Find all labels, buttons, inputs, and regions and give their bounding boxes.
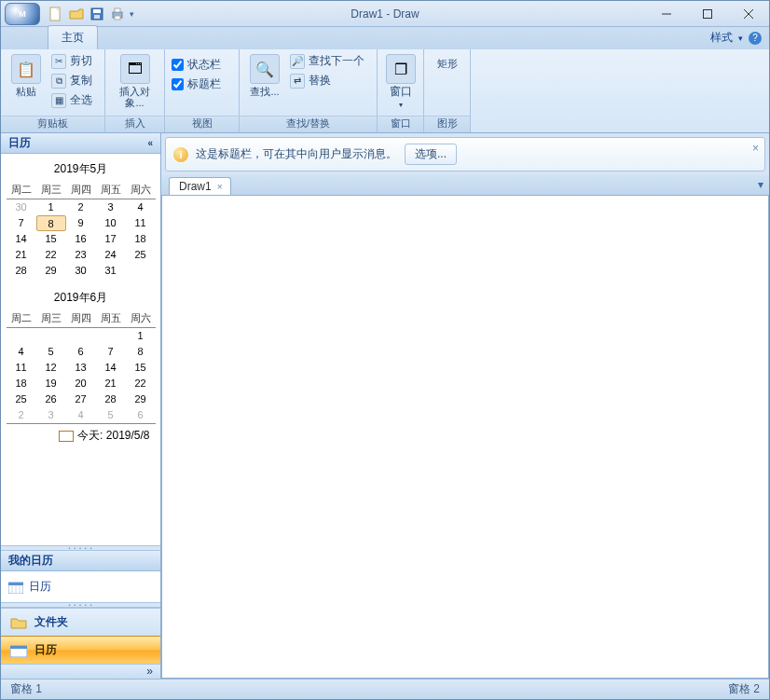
cal-day[interactable]: 11 [7, 360, 36, 376]
options-button[interactable]: 选项... [405, 144, 457, 165]
cut-button[interactable]: ✂剪切 [49, 52, 94, 70]
cal-day[interactable]: 15 [126, 360, 156, 376]
cal-day[interactable]: 27 [66, 391, 96, 407]
cal-day[interactable]: 18 [126, 231, 156, 247]
cal-day[interactable]: 14 [96, 360, 126, 376]
selectall-button[interactable]: ▦全选 [49, 91, 94, 109]
statusbar-checkbox[interactable]: 状态栏 [171, 56, 222, 74]
status-right: 窗格 2 [728, 681, 760, 697]
style-dropdown[interactable]: 样式 [710, 30, 733, 46]
window-button[interactable]: ❐ 窗口▾ [383, 52, 418, 112]
cal-day[interactable]: 17 [96, 231, 126, 247]
cal-day[interactable]: 2 [7, 407, 36, 423]
qat-dropdown-icon[interactable]: ▾ [130, 9, 134, 19]
cal-day[interactable]: 24 [96, 247, 126, 263]
cal-day[interactable]: 6 [126, 407, 156, 423]
cal-day[interactable]: 7 [7, 215, 36, 231]
cal-day[interactable]: 30 [66, 263, 96, 279]
tab-close-icon[interactable]: × [217, 182, 223, 192]
qat-print-icon[interactable] [109, 6, 126, 22]
svg-rect-17 [10, 646, 27, 649]
cal-day[interactable]: 1 [126, 328, 156, 344]
cal-day[interactable]: 20 [66, 376, 96, 391]
cal-day[interactable]: 28 [96, 391, 126, 407]
nav-calendar-button[interactable]: 日历 [1, 636, 160, 664]
cal-day[interactable]: 4 [66, 407, 96, 423]
doc-tab-draw1[interactable]: Draw1 × [169, 177, 231, 195]
cal-day[interactable]: 21 [96, 376, 126, 391]
cal-day[interactable]: 29 [126, 391, 156, 407]
mycalendar-item[interactable]: 日历 [8, 577, 153, 597]
cal-day[interactable]: 14 [7, 231, 36, 247]
cal-day[interactable]: 15 [36, 231, 66, 247]
qat-save-icon[interactable] [89, 6, 105, 22]
message-close-icon[interactable]: × [752, 142, 759, 155]
svg-rect-5 [115, 8, 120, 12]
cal-day[interactable]: 23 [66, 247, 96, 263]
cal-day[interactable]: 16 [66, 231, 96, 247]
drawing-canvas[interactable] [161, 196, 769, 679]
ribbon: 📋 粘贴 ✂剪切 ⧉复制 ▦全选 剪贴板 🗔 插入对象... 插入 状态栏 标题… [1, 49, 769, 133]
cal-day[interactable]: 10 [96, 215, 126, 231]
copy-button[interactable]: ⧉复制 [49, 72, 94, 89]
calendar-nav-icon [10, 644, 27, 657]
qat-new-icon[interactable] [48, 6, 64, 22]
cal-day[interactable]: 21 [7, 247, 36, 263]
cal-day [7, 328, 36, 344]
cal-day[interactable]: 28 [7, 263, 36, 279]
group-clipboard-label: 剪贴板 [1, 116, 104, 132]
cal-day[interactable]: 22 [126, 376, 156, 391]
cal-day[interactable]: 4 [126, 199, 156, 215]
calendar-june[interactable]: 2019年6月 周二周三周四周五周六1456781112131415181920… [7, 286, 156, 446]
cal-day[interactable]: 30 [7, 199, 36, 215]
nav-folder-button[interactable]: 文件夹 [1, 608, 160, 636]
cal-day[interactable]: 7 [96, 344, 126, 360]
cal-day[interactable]: 3 [36, 407, 66, 423]
cal-day[interactable]: 2 [66, 199, 96, 215]
cal-day[interactable]: 25 [7, 391, 36, 407]
svg-rect-2 [93, 9, 101, 13]
cal-day[interactable]: 31 [96, 263, 126, 279]
cal-day[interactable]: 18 [7, 376, 36, 391]
close-button[interactable] [728, 1, 769, 27]
cal-day[interactable]: 4 [7, 344, 36, 360]
cal-day[interactable]: 1 [36, 199, 66, 215]
cal-day[interactable]: 29 [36, 263, 66, 279]
qat-open-icon[interactable] [68, 6, 85, 22]
nav-expand-button[interactable]: » [1, 664, 160, 679]
cal-day[interactable]: 13 [66, 360, 96, 376]
cal-day[interactable]: 26 [36, 391, 66, 407]
replace-button[interactable]: ⇄替换 [288, 72, 366, 89]
cal-day [96, 328, 126, 344]
cal-dow: 周三 [36, 309, 66, 328]
cal-day[interactable]: 25 [126, 247, 156, 263]
chevron-left-icon[interactable]: « [147, 138, 153, 148]
cal-day[interactable]: 11 [126, 215, 156, 231]
help-icon[interactable]: ? [749, 32, 762, 45]
insertobj-button[interactable]: 🗔 插入对象... [111, 52, 158, 110]
today-link[interactable]: 今天: 2019/5/8 [7, 423, 156, 446]
pin-icon[interactable]: ▾ [758, 178, 763, 191]
minimize-button[interactable] [646, 1, 687, 27]
tab-home[interactable]: 主页 [48, 25, 98, 49]
cal-day[interactable]: 5 [36, 344, 66, 360]
findnext-button[interactable]: 🔎查找下一个 [288, 52, 366, 70]
cal-day[interactable]: 12 [36, 360, 66, 376]
paste-button[interactable]: 📋 粘贴 [7, 52, 46, 99]
cal-day[interactable]: 8 [36, 215, 66, 231]
app-orb[interactable]: M [5, 3, 40, 25]
find-button[interactable]: 🔍 查找... [245, 52, 284, 99]
cal-day[interactable]: 6 [66, 344, 96, 360]
calendar-may[interactable]: 2019年5月 周二周三周四周五周六3012347891011141516171… [7, 158, 156, 279]
maximize-button[interactable] [687, 1, 728, 27]
cal-day[interactable]: 5 [96, 407, 126, 423]
cal-day[interactable]: 22 [36, 247, 66, 263]
cal-day[interactable]: 19 [36, 376, 66, 391]
folder-icon [10, 616, 27, 629]
cal-day[interactable]: 8 [126, 344, 156, 360]
insertobj-icon: 🗔 [120, 54, 150, 84]
titlebar-checkbox[interactable]: 标题栏 [171, 75, 222, 93]
cal-day[interactable]: 9 [66, 215, 96, 231]
rect-button[interactable]: 矩形 [430, 52, 464, 71]
cal-day[interactable]: 3 [96, 199, 126, 215]
